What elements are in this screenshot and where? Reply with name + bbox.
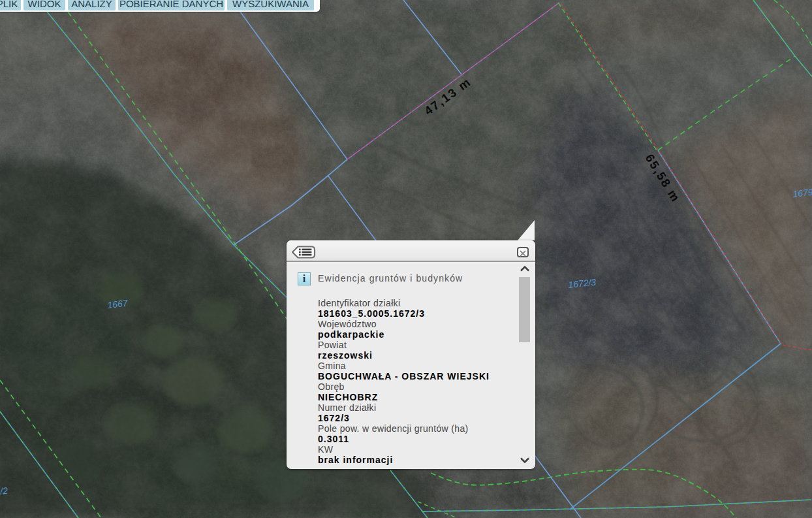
svg-text:1679: 1679 — [792, 187, 812, 199]
svg-text:9/2: 9/2 — [0, 485, 8, 497]
svg-text:1667: 1667 — [107, 298, 129, 310]
